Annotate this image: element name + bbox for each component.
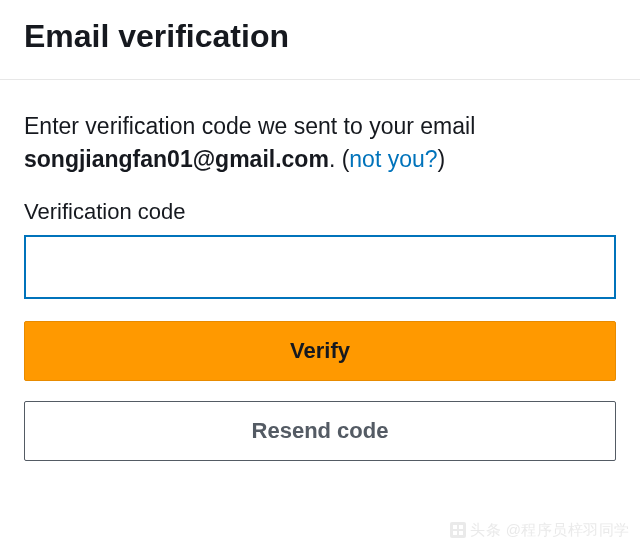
not-you-link[interactable]: not you? [349, 146, 437, 172]
header: Email verification [0, 0, 640, 80]
svg-rect-1 [453, 525, 457, 529]
resend-code-button-label: Resend code [252, 418, 389, 444]
instruction-close: ) [438, 146, 446, 172]
email-address: songjiangfan01@gmail.com [24, 146, 329, 172]
instruction-text: Enter verification code we sent to your … [24, 110, 616, 177]
svg-rect-4 [459, 531, 463, 535]
verify-button-label: Verify [290, 338, 350, 364]
page-title: Email verification [24, 18, 616, 55]
instruction-prefix: Enter verification code we sent to your … [24, 113, 475, 139]
svg-rect-0 [450, 522, 466, 538]
watermark-text: 头条 @程序员梓羽同学 [470, 521, 630, 538]
svg-rect-2 [459, 525, 463, 529]
watermark-icon [450, 522, 466, 541]
watermark: 头条 @程序员梓羽同学 [450, 521, 630, 541]
verify-button[interactable]: Verify [24, 321, 616, 381]
content: Enter verification code we sent to your … [0, 80, 640, 461]
svg-rect-3 [453, 531, 457, 535]
verification-code-input[interactable] [24, 235, 616, 299]
resend-code-button[interactable]: Resend code [24, 401, 616, 461]
verification-code-label: Verification code [24, 199, 616, 225]
instruction-dot-open: . ( [329, 146, 349, 172]
